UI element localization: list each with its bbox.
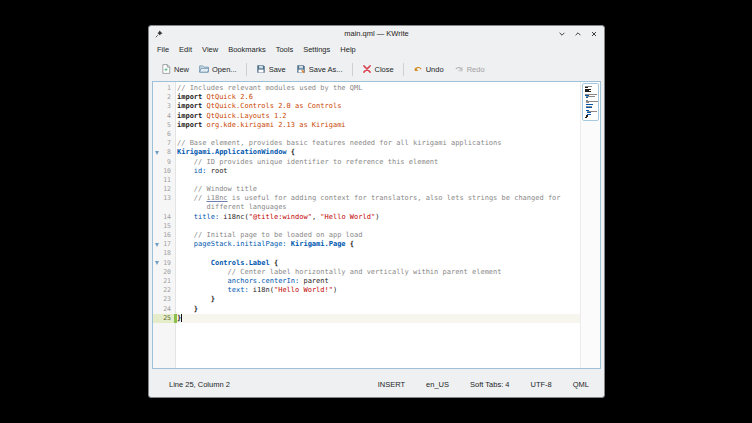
save-icon [256, 64, 266, 74]
code-text: } [177, 295, 580, 304]
code-line[interactable]: 25} [153, 314, 580, 323]
code-line[interactable]: 1// Includes relevant modules used by th… [153, 84, 580, 93]
code-text [177, 249, 580, 258]
fold-arrow-icon[interactable] [155, 261, 159, 265]
new-document-icon [161, 64, 171, 74]
code-text: pageStack.initialPage: Kirigami.Page { [177, 240, 580, 249]
menu-settings[interactable]: Settings [298, 43, 335, 56]
kwrite-window: main.qml — KWrite FileEditViewBookmarksT… [148, 25, 605, 398]
code-line[interactable]: 3import QtQuick.Controls 2.0 as Controls [153, 102, 580, 111]
code-text: // Initial page to be loaded on app load [177, 231, 580, 240]
menu-file[interactable]: File [152, 43, 174, 56]
code-line[interactable]: 16 // Initial page to be loaded on app l… [153, 231, 580, 240]
statusbar-right: INSERTen_USSoft Tabs: 4UTF-8QML [375, 378, 592, 391]
code-text: Controls.Label { [177, 259, 580, 268]
desktop-background: main.qml — KWrite FileEditViewBookmarksT… [0, 0, 752, 423]
window-pin-icon[interactable] [155, 30, 163, 38]
line-number: 11 [153, 176, 177, 185]
code-line[interactable]: 19 Controls.Label { [153, 259, 580, 268]
status-insert-mode[interactable]: INSERT [375, 378, 408, 391]
menu-bar: FileEditViewBookmarksToolsSettingsHelp [149, 41, 604, 57]
line-number: 6 [153, 130, 177, 139]
code-line[interactable]: different languages [153, 203, 580, 212]
save-button[interactable]: Save [251, 62, 291, 76]
open-button[interactable]: Open... [194, 62, 242, 76]
code-line[interactable]: 23 } [153, 295, 580, 304]
code-text: Kirigami.ApplicationWindow { [177, 148, 580, 157]
close-button[interactable]: Close [357, 62, 399, 76]
close-button[interactable] [590, 30, 598, 38]
maximize-button[interactable] [574, 30, 582, 38]
menu-bookmarks[interactable]: Bookmarks [223, 43, 271, 56]
code-area[interactable]: 1// Includes relevant modules used by th… [153, 84, 580, 323]
code-text: text: i18n("Hello World!") [177, 286, 580, 295]
status-syntax-mode[interactable]: QML [570, 378, 592, 391]
line-number: 17 [153, 240, 177, 249]
code-text: } [177, 305, 580, 314]
code-text: // Includes relevant modules used by the… [177, 84, 580, 93]
line-number: 10 [153, 167, 177, 176]
code-line[interactable]: 20 // Center label horizontally and vert… [153, 268, 580, 277]
editor-view[interactable]: 1// Includes relevant modules used by th… [152, 81, 601, 369]
minimap-preview [582, 83, 599, 121]
line-number: 20 [153, 268, 177, 277]
code-line[interactable]: 10 id: root [153, 167, 580, 176]
code-line[interactable]: 15 [153, 222, 580, 231]
menu-help[interactable]: Help [335, 43, 360, 56]
toolbar-button-label: New [174, 65, 189, 74]
code-line[interactable]: 7// Base element, provides basic feature… [153, 139, 580, 148]
code-text [177, 130, 580, 139]
code-text: import QtQuick 2.6 [177, 93, 580, 102]
code-line[interactable]: 6 [153, 130, 580, 139]
text-cursor [181, 314, 182, 322]
toolbar-button-label: Open... [212, 65, 237, 74]
code-text: // Center label horizontally and vertica… [177, 268, 580, 277]
fold-arrow-icon[interactable] [155, 243, 159, 247]
menu-view[interactable]: View [197, 43, 223, 56]
status-tab-settings[interactable]: Soft Tabs: 4 [467, 378, 512, 391]
line-number: 5 [153, 121, 177, 130]
code-line[interactable]: 21 anchors.centerIn: parent [153, 277, 580, 286]
toolbar-button-label: Save As... [309, 65, 343, 74]
titlebar[interactable]: main.qml — KWrite [149, 26, 604, 41]
code-text: // i18nc is useful for adding context fo… [177, 194, 580, 203]
code-line[interactable]: 4import QtQuick.Layouts 1.2 [153, 112, 580, 121]
line-number: 24 [153, 305, 177, 314]
code-line[interactable]: 11 [153, 176, 580, 185]
minimize-button[interactable] [558, 30, 566, 38]
code-text: } [177, 314, 580, 323]
code-text: // Base element, provides basic features… [177, 139, 580, 148]
new-button[interactable]: New [156, 62, 194, 76]
code-line[interactable]: 18 [153, 249, 580, 258]
status-cursor-position: Line 25, Column 2 [166, 378, 233, 391]
status-dictionary[interactable]: en_US [423, 378, 452, 391]
minimap-scrollbar[interactable] [580, 82, 600, 368]
menu-tools[interactable]: Tools [271, 43, 299, 56]
code-line[interactable]: 2import QtQuick 2.6 [153, 93, 580, 102]
toolbar-separator [246, 63, 247, 76]
save-as-button[interactable]: Save As... [291, 62, 348, 76]
status-encoding[interactable]: UTF-8 [527, 378, 554, 391]
code-line[interactable]: 13 // i18nc is useful for adding context… [153, 194, 580, 203]
line-number: 3 [153, 102, 177, 111]
code-line[interactable]: 22 text: i18n("Hello World!") [153, 286, 580, 295]
code-line[interactable]: 17 pageStack.initialPage: Kirigami.Page … [153, 240, 580, 249]
line-number: 7 [153, 139, 177, 148]
fold-arrow-icon[interactable] [155, 151, 159, 155]
code-text: different languages [177, 203, 580, 212]
open-folder-icon [199, 64, 209, 74]
code-line[interactable]: 14 title: i18nc("@title:window", "Hello … [153, 213, 580, 222]
line-number: 13 [153, 194, 177, 203]
code-line[interactable]: 12 // Window title [153, 185, 580, 194]
code-text: title: i18nc("@title:window", "Hello Wor… [177, 213, 580, 222]
code-text: id: root [177, 167, 580, 176]
window-title: main.qml — KWrite [149, 29, 604, 38]
code-line[interactable]: 8Kirigami.ApplicationWindow { [153, 148, 580, 157]
undo-button[interactable]: Undo [408, 62, 449, 76]
code-line[interactable]: 9 // ID provides unique identifier to re… [153, 158, 580, 167]
code-line[interactable]: 24 } [153, 305, 580, 314]
menu-edit[interactable]: Edit [174, 43, 197, 56]
toolbar-button-label: Close [375, 65, 394, 74]
line-number: 16 [153, 231, 177, 240]
code-line[interactable]: 5import org.kde.kirigami 2.13 as Kirigam… [153, 121, 580, 130]
